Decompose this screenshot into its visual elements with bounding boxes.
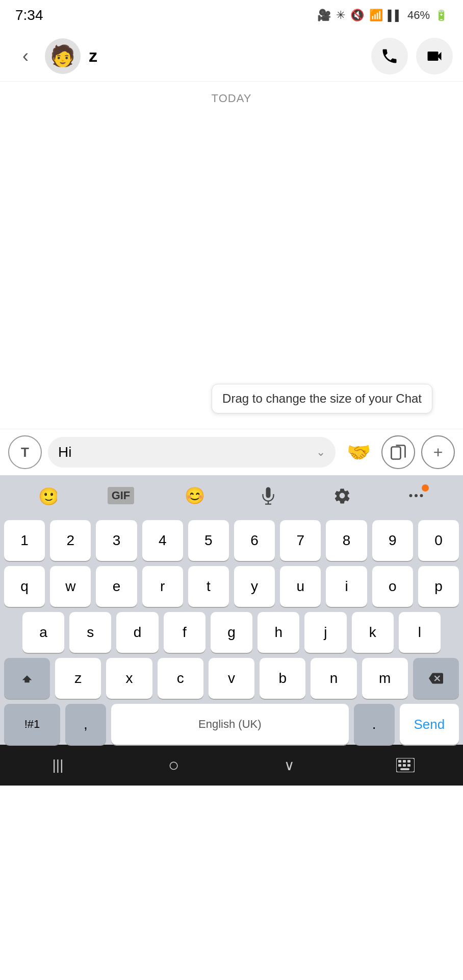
key-6[interactable]: 6 — [234, 520, 275, 561]
key-3[interactable]: 3 — [96, 520, 137, 561]
nav-home-button[interactable]: ○ — [153, 750, 194, 780]
key-7[interactable]: 7 — [280, 520, 321, 561]
key-u[interactable]: u — [280, 566, 321, 607]
key-x[interactable]: x — [106, 658, 152, 699]
svg-point-2 — [409, 494, 412, 497]
status-time: 7:34 — [15, 7, 43, 23]
mic-button[interactable] — [250, 480, 286, 511]
mute-icon: 🔇 — [350, 9, 364, 22]
key-shift[interactable] — [4, 658, 50, 699]
key-v[interactable]: v — [209, 658, 254, 699]
font-button[interactable]: T — [8, 435, 42, 469]
key-e[interactable]: e — [96, 566, 137, 607]
key-period[interactable]: . — [354, 704, 395, 745]
more-button[interactable] — [398, 480, 434, 511]
key-a[interactable]: a — [22, 612, 64, 653]
battery-icon: 🔋 — [435, 9, 448, 21]
shift-icon — [20, 671, 34, 685]
key-9[interactable]: 9 — [372, 520, 413, 561]
phone-call-button[interactable] — [371, 38, 408, 75]
key-b[interactable]: b — [260, 658, 305, 699]
key-c[interactable]: c — [158, 658, 203, 699]
nav-home-icon: ○ — [168, 754, 179, 776]
emoji-button[interactable]: 😊 — [177, 480, 213, 511]
key-send[interactable]: Send — [400, 704, 459, 745]
bottom-nav: ||| ○ ∨ — [0, 745, 463, 786]
app-bar: ‹ 🧑 z — [0, 31, 463, 82]
recording-icon: 🎥 — [317, 9, 331, 22]
key-t[interactable]: t — [188, 566, 229, 607]
key-l[interactable]: l — [399, 612, 441, 653]
status-icons: 🎥 ✳ 🔇 📶 ▌▌ 46% 🔋 — [317, 9, 448, 22]
key-g[interactable]: g — [211, 612, 252, 653]
key-m[interactable]: m — [362, 658, 408, 699]
sticker-tool-icon: 🙂 — [37, 485, 57, 506]
key-p[interactable]: p — [418, 566, 459, 607]
nav-recents-button[interactable]: ∨ — [269, 750, 310, 780]
message-input[interactable] — [58, 444, 316, 460]
key-k[interactable]: k — [352, 612, 394, 653]
key-r[interactable]: r — [142, 566, 183, 607]
key-8[interactable]: 8 — [326, 520, 367, 561]
avatar-image: 🧑 — [50, 44, 75, 68]
date-separator: TODAY — [0, 82, 463, 110]
svg-rect-11 — [407, 764, 410, 767]
back-arrow-icon: ‹ — [22, 45, 29, 67]
plus-icon: + — [433, 443, 443, 462]
back-button[interactable]: ‹ — [10, 41, 41, 71]
key-space[interactable]: English (UK) — [111, 704, 349, 745]
key-5[interactable]: 5 — [188, 520, 229, 561]
nav-keyboard-button[interactable] — [385, 750, 426, 780]
plus-button[interactable]: + — [421, 435, 455, 469]
key-1[interactable]: 1 — [4, 520, 45, 561]
key-backspace[interactable] — [413, 658, 459, 699]
gif-label: GIF — [108, 487, 135, 504]
nav-back-button[interactable]: ||| — [38, 750, 79, 780]
key-0[interactable]: 0 — [418, 520, 459, 561]
key-j[interactable]: j — [304, 612, 346, 653]
key-y[interactable]: y — [234, 566, 275, 607]
key-d[interactable]: d — [116, 612, 158, 653]
key-2[interactable]: 2 — [50, 520, 91, 561]
key-4[interactable]: 4 — [142, 520, 183, 561]
backspace-icon — [429, 671, 443, 685]
svg-rect-10 — [403, 764, 406, 767]
svg-rect-9 — [398, 764, 401, 767]
header-actions — [371, 38, 453, 75]
nav-keyboard-icon — [396, 758, 415, 772]
key-symbols[interactable]: !#1 — [4, 704, 60, 745]
svg-rect-0 — [392, 447, 401, 459]
bottom-row: !#1 , English (UK) . Send — [4, 704, 459, 745]
nav-recents-icon: ∨ — [284, 757, 295, 774]
key-o[interactable]: o — [372, 566, 413, 607]
zxcv-row: z x c v b n m — [4, 658, 459, 699]
key-n[interactable]: n — [311, 658, 356, 699]
wifi-icon: 📶 — [369, 9, 383, 22]
nav-back-icon: ||| — [53, 757, 64, 773]
video-call-button[interactable] — [416, 38, 453, 75]
sticker-tool-button[interactable]: 🙂 — [29, 480, 65, 511]
settings-icon — [333, 486, 351, 505]
number-row: 1 2 3 4 5 6 7 8 9 0 — [4, 520, 459, 561]
key-i[interactable]: i — [326, 566, 367, 607]
key-s[interactable]: s — [69, 612, 111, 653]
key-w[interactable]: w — [50, 566, 91, 607]
svg-rect-7 — [403, 760, 406, 763]
key-q[interactable]: q — [4, 566, 45, 607]
expand-icon[interactable]: ⌄ — [316, 446, 325, 459]
key-comma[interactable]: , — [65, 704, 106, 745]
key-h[interactable]: h — [258, 612, 299, 653]
key-z[interactable]: z — [55, 658, 101, 699]
drag-hint-text: Drag to change the size of your Chat — [222, 391, 422, 405]
gif-button[interactable]: GIF — [103, 480, 139, 511]
mic-icon — [259, 486, 277, 505]
contact-name[interactable]: z — [89, 46, 371, 66]
cards-button[interactable] — [381, 435, 415, 469]
keyboard-settings-button[interactable] — [324, 480, 360, 511]
key-f[interactable]: f — [164, 612, 205, 653]
sticker-button[interactable]: 🤝 — [342, 435, 375, 469]
svg-point-4 — [420, 494, 423, 497]
drag-hint-tooltip: Drag to change the size of your Chat — [212, 384, 432, 413]
keyboard: 1 2 3 4 5 6 7 8 9 0 q w e r t y u i o p … — [0, 516, 463, 745]
svg-rect-12 — [400, 768, 409, 770]
